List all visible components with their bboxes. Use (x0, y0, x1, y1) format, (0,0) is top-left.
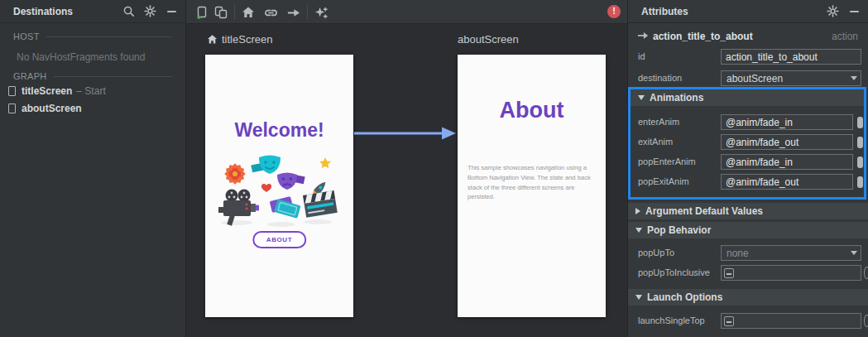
section-title: Argument Default Values (645, 205, 763, 217)
about-body-text: This sample showcases navigation using a… (468, 163, 598, 202)
enteranim-label: enterAnim (638, 117, 679, 127)
collapse-triangle-icon (635, 295, 642, 300)
welcome-heading: Welcome! (205, 119, 353, 142)
launch-options-section-header[interactable]: Launch Options (628, 289, 868, 306)
action-connection-arrow[interactable] (353, 126, 458, 141)
navigation-editor: { "colors": { "accent_blue": "#1f87ee", … (0, 0, 868, 337)
popuptoinclusive-row: popUpToInclusive (628, 265, 868, 282)
exitanim-row: exitAnim (631, 134, 864, 151)
divider (46, 36, 172, 37)
attributes-panel: Attributes action_title_to_about action … (627, 0, 868, 337)
destination-name: titleScreen (22, 85, 72, 97)
destination-item-titlescreen[interactable]: titleScreen – Start (7, 84, 185, 99)
popexitanim-label: popExitAnim (638, 176, 689, 186)
minimize-icon[interactable] (846, 4, 861, 19)
selected-action-name: action_title_to_about (653, 31, 753, 42)
popupto-dropdown[interactable]: none (721, 245, 861, 261)
selected-action-row: action_title_to_about action (628, 27, 868, 44)
destinations-panel: Destinations HOST No NavHostFragments fo… (0, 0, 186, 337)
popuptoinclusive-label: popUpToInclusive (638, 267, 710, 277)
resource-picker-icon[interactable] (857, 156, 863, 168)
action-arrow-icon[interactable] (285, 5, 300, 20)
flag-toggle-icon[interactable] (864, 315, 868, 327)
exitanim-input[interactable] (721, 134, 853, 150)
fragment-icon (8, 104, 16, 113)
popenteranim-label: popEnterAnim (638, 156, 696, 166)
search-icon[interactable] (121, 4, 136, 19)
graph-label: GRAPH (13, 71, 47, 81)
enteranim-input[interactable] (721, 114, 853, 130)
resource-picker-icon[interactable] (857, 176, 863, 188)
screen-name: aboutScreen (458, 33, 519, 46)
action-icon (637, 31, 649, 41)
indeterminate-checkbox[interactable] (724, 268, 734, 278)
popupto-value: none (727, 248, 749, 259)
animations-highlight-box: Animations enterAnim exitAnim popEnterAn… (628, 87, 866, 200)
assign-start-home-icon[interactable] (241, 5, 256, 20)
titlescreen-canvas-label[interactable]: titleScreen (207, 33, 272, 46)
enteranim-row: enterAnim (631, 114, 864, 131)
indeterminate-checkbox[interactable] (724, 316, 734, 326)
id-row: id (628, 49, 868, 65)
destinations-header: Destinations (0, 0, 185, 23)
argument-defaults-section-header[interactable]: Argument Default Values (628, 203, 868, 219)
about-button-preview: ABOUT (252, 231, 306, 248)
destination-row: destination aboutScreen (628, 70, 868, 87)
popuptoinclusive-field (721, 265, 861, 281)
destination-label: destination (638, 73, 682, 83)
home-icon (207, 34, 218, 45)
minimize-icon[interactable] (164, 4, 179, 19)
aboutscreen-preview[interactable]: About This sample showcases navigation u… (458, 55, 606, 317)
animations-section-header[interactable]: Animations (631, 89, 864, 106)
section-title: Animations (650, 92, 703, 104)
id-input[interactable] (721, 49, 861, 65)
selected-action-type: action (832, 31, 858, 42)
pop-behavior-section-header[interactable]: Pop Behavior (628, 222, 868, 238)
popenteranim-row: popEnterAnim (631, 154, 864, 171)
popenteranim-input[interactable] (721, 154, 853, 170)
section-title: Pop Behavior (647, 224, 711, 236)
popexitanim-input[interactable] (721, 174, 853, 190)
host-section-header: HOST (13, 31, 172, 41)
design-toolbar (186, 0, 627, 24)
exitanim-label: exitAnim (638, 137, 673, 147)
new-destination-icon[interactable] (194, 5, 209, 20)
error-indicator-icon[interactable] (607, 5, 621, 18)
resource-picker-icon[interactable] (857, 117, 863, 128)
resource-picker-icon[interactable] (857, 137, 863, 148)
chevron-down-icon (846, 71, 861, 85)
about-heading: About (458, 98, 606, 123)
destination-dropdown[interactable]: aboutScreen (721, 70, 861, 86)
attributes-header: Attributes (628, 0, 868, 23)
popupto-row: popUpTo none (628, 245, 868, 262)
auto-arrange-icon[interactable] (314, 5, 328, 20)
id-label: id (638, 51, 645, 61)
screen-name: titleScreen (222, 33, 272, 46)
launchsingletop-field (721, 313, 861, 329)
fragment-icon (8, 86, 16, 96)
collapse-triangle-icon (635, 228, 642, 233)
nav-graph-canvas[interactable]: titleScreen Welcome! (186, 0, 627, 337)
gear-icon[interactable] (825, 4, 840, 19)
flag-toggle-icon[interactable] (864, 267, 868, 279)
aboutscreen-canvas-label[interactable]: aboutScreen (458, 33, 519, 46)
host-empty-message: No NavHostFragments found (17, 51, 185, 63)
title-screen-illustration (217, 147, 341, 227)
section-title: Launch Options (647, 291, 722, 303)
titlescreen-preview[interactable]: Welcome! (205, 55, 353, 317)
start-suffix: – Start (76, 85, 105, 97)
destination-name: aboutScreen (22, 103, 82, 114)
destination-item-aboutscreen[interactable]: aboutScreen (7, 101, 185, 116)
launchsingletop-label: launchSingleTop (638, 315, 705, 325)
nested-graph-icon[interactable] (213, 5, 228, 20)
toolbar-separator (307, 4, 308, 20)
gear-icon[interactable] (142, 4, 157, 19)
destination-value: aboutScreen (727, 73, 783, 84)
chevron-down-icon (846, 246, 861, 260)
toolbar-separator (234, 4, 235, 20)
deep-link-icon[interactable] (263, 5, 278, 20)
launchsingletop-row: launchSingleTop (628, 313, 868, 330)
popupto-label: popUpTo (638, 248, 674, 258)
host-label: HOST (13, 31, 40, 41)
collapse-triangle-icon (638, 95, 645, 100)
